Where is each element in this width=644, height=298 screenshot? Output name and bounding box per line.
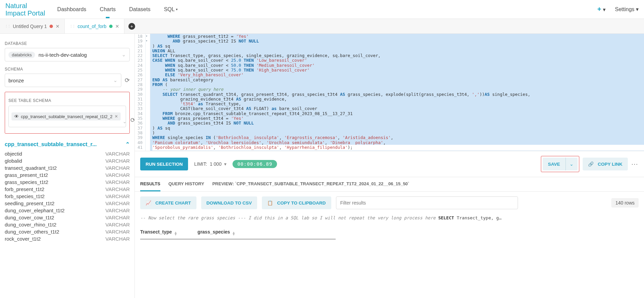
query-tab[interactable]: ⋮⋮ Untitled Query 1 ✕: [0, 19, 65, 33]
nav-datasets[interactable]: Datasets: [128, 1, 152, 18]
query-tab-active[interactable]: ⋮⋮ count_of_forb ✕: [65, 19, 124, 33]
chevron-down-icon: ▾: [636, 6, 639, 12]
grip-icon: ⋮⋮: [69, 24, 75, 28]
close-icon[interactable]: ✕: [115, 24, 119, 29]
saved-indicator-icon: [109, 25, 113, 28]
chevron-down-icon: ▾: [176, 7, 178, 11]
plus-circle-icon: +: [128, 23, 135, 30]
tab-label: count_of_forb: [78, 24, 106, 29]
nav-sql-label: SQL: [164, 6, 175, 12]
new-tab-button[interactable]: +: [124, 19, 139, 33]
nav-sql[interactable]: SQL▾: [162, 1, 179, 18]
close-icon[interactable]: ✕: [56, 24, 60, 29]
tab-label: Untitled Query 1: [13, 24, 47, 29]
unsaved-indicator-icon: [50, 25, 53, 28]
query-tabs: ⋮⋮ Untitled Query 1 ✕ ⋮⋮ count_of_forb ✕…: [0, 19, 644, 34]
add-new[interactable]: + ▾: [597, 5, 606, 13]
main-nav: Dashboards Charts Datasets SQL▾: [56, 1, 179, 18]
settings-menu[interactable]: Settings ▾: [615, 6, 639, 12]
grip-icon: ⋮⋮: [5, 24, 10, 28]
nav-dashboards[interactable]: Dashboards: [56, 1, 88, 18]
brand-logo[interactable]: Natural Impact Portal: [5, 2, 45, 17]
settings-label: Settings: [615, 6, 635, 12]
chevron-down-icon: ▾: [603, 7, 606, 12]
plus-icon: +: [597, 5, 602, 13]
nav-charts[interactable]: Charts: [98, 1, 117, 18]
